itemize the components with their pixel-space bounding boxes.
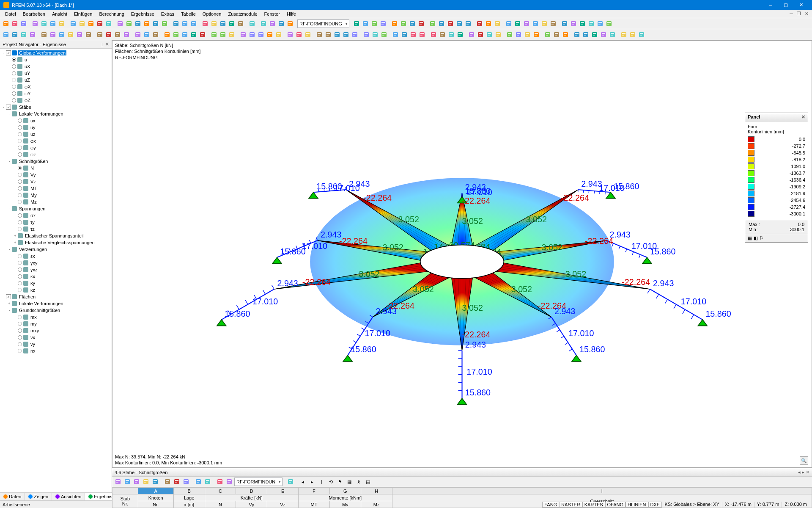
tb1-btn-4-2[interactable] — [189, 19, 198, 28]
tb2-btn-6-1[interactable] — [248, 30, 256, 39]
tb2-btn-2-0[interactable] — [96, 30, 104, 39]
tb2-btn-16-2[interactable] — [637, 30, 646, 39]
navigator-close-icon[interactable]: ✕ — [105, 41, 109, 47]
tb2-btn-9-0[interactable] — [362, 30, 370, 39]
tb2-btn-12-0[interactable] — [467, 30, 476, 39]
tb2-btn-10-2[interactable] — [409, 30, 417, 39]
status-btn-dxf[interactable]: DXF — [648, 502, 662, 508]
tb2-btn-16-1[interactable] — [628, 30, 637, 39]
tb1-btn-2-4[interactable] — [104, 19, 113, 28]
tb2-btn-2-1[interactable] — [104, 30, 113, 39]
nav-tab-daten[interactable]: Daten — [0, 493, 25, 500]
tb2-btn-13-0[interactable] — [505, 30, 514, 39]
tree-item-39[interactable]: mx — [1, 314, 111, 320]
tb1-btn-9-3[interactable] — [417, 19, 425, 28]
tree-item-18[interactable]: Vy — [1, 171, 111, 178]
tb1-btn-12-1[interactable] — [513, 19, 522, 28]
tb1-combo[interactable]: RF-FORMFINDUNG — [297, 19, 349, 28]
tb2-btn-16-0[interactable] — [620, 30, 628, 39]
tree-item-27[interactable]: +Elastischer Spannungsanteil — [1, 232, 111, 239]
tree-item-41[interactable]: mxy — [1, 327, 111, 334]
tb1-btn-12-4[interactable] — [540, 19, 549, 28]
tree-item-42[interactable]: vx — [1, 334, 111, 341]
tb2-btn-1-1[interactable] — [49, 30, 57, 39]
tb2-btn-10-1[interactable] — [400, 30, 409, 39]
tree-item-29[interactable]: -Verzerrungen — [1, 246, 111, 253]
tb1-btn-10-0[interactable] — [428, 19, 437, 28]
tb2-btn-5-2[interactable] — [228, 30, 236, 39]
tree-item-34[interactable]: κy — [1, 280, 111, 287]
tree-item-19[interactable]: Vz — [1, 178, 111, 185]
tb1-btn-5-2[interactable] — [219, 19, 227, 28]
tree-item-13[interactable]: φx — [1, 138, 111, 144]
tb1-btn-8-1[interactable] — [361, 19, 370, 28]
tb1-btn-6-0[interactable] — [248, 19, 256, 28]
tree-item-14[interactable]: φy — [1, 144, 111, 151]
tree-item-1[interactable]: u — [1, 56, 111, 63]
tree-item-40[interactable]: my — [1, 320, 111, 327]
tb2-btn-8-3[interactable] — [342, 30, 350, 39]
tb2-btn-1-3[interactable] — [66, 30, 75, 39]
bp-tb-nav-2[interactable]: | — [317, 478, 326, 486]
tree-item-35[interactable]: κz — [1, 287, 111, 293]
tb1-btn-12-5[interactable] — [549, 19, 557, 28]
tb2-btn-11-3[interactable] — [456, 30, 464, 39]
viewport-3d[interactable]: Stäbe: Schnittgrößen N [kN] Flächen: Sch… — [112, 40, 812, 468]
bp-tb-nav-5[interactable]: ▦ — [345, 478, 354, 486]
bp-tb-0-4[interactable] — [151, 478, 159, 486]
tb2-btn-3-1[interactable] — [143, 30, 151, 39]
tb2-btn-8-0[interactable] — [315, 30, 324, 39]
tb2-btn-10-3[interactable] — [418, 30, 426, 39]
tree-item-32[interactable]: γxz — [1, 266, 111, 273]
tb2-btn-7-2[interactable] — [304, 30, 312, 39]
tree-item-44[interactable]: nx — [1, 348, 111, 354]
tb2-btn-2-3[interactable] — [122, 30, 131, 39]
tb2-btn-13-2[interactable] — [523, 30, 532, 39]
nav-tab-ansichten[interactable]: Ansichten — [52, 493, 85, 500]
tb2-btn-5-1[interactable] — [219, 30, 227, 39]
tb2-btn-8-2[interactable] — [333, 30, 341, 39]
tb2-btn-11-1[interactable] — [438, 30, 447, 39]
tb2-btn-4-2[interactable] — [181, 30, 189, 39]
tb2-btn-6-0[interactable] — [239, 30, 247, 39]
tb2-btn-9-2[interactable] — [380, 30, 388, 39]
tb1-btn-11-1[interactable] — [484, 19, 493, 28]
tb1-btn-13-3[interactable] — [587, 19, 595, 28]
tb2-btn-9-1[interactable] — [371, 30, 379, 39]
tree-item-23[interactable]: -Spannungen — [1, 205, 111, 212]
menu-datei[interactable]: Datei — [2, 11, 19, 17]
tree-item-3[interactable]: uY — [1, 70, 111, 77]
tb1-btn-3-2[interactable] — [134, 19, 142, 28]
tb1-btn-5-4[interactable] — [236, 19, 245, 28]
tb2-btn-11-0[interactable] — [429, 30, 438, 39]
tb2-btn-0-2[interactable] — [19, 30, 28, 39]
magnify-icon[interactable]: 🔍 — [800, 456, 808, 465]
tb1-btn-10-1[interactable] — [437, 19, 446, 28]
menu-extras[interactable]: Extras — [158, 11, 178, 17]
tb1-btn-12-2[interactable] — [522, 19, 531, 28]
tb2-btn-0-1[interactable] — [11, 30, 19, 39]
tree-item-37[interactable]: +Lokale Verformungen — [1, 300, 111, 307]
tb1-btn-1-1[interactable] — [40, 19, 48, 28]
menu-berechnung[interactable]: Berechnung — [96, 11, 127, 17]
tree-item-16[interactable]: -Schnittgrößen — [1, 158, 111, 165]
tb2-btn-15-1[interactable] — [582, 30, 590, 39]
tb2-btn-13-1[interactable] — [514, 30, 523, 39]
bp-tb-3-1[interactable] — [225, 478, 233, 486]
tb2-btn-4-3[interactable] — [189, 30, 198, 39]
tree-item-26[interactable]: τz — [1, 226, 111, 232]
tb1-btn-2-3[interactable] — [96, 19, 104, 28]
tb2-btn-7-0[interactable] — [286, 30, 294, 39]
tb1-btn-3-3[interactable] — [143, 19, 151, 28]
bp-tb-1-1[interactable] — [173, 478, 181, 486]
tree-item-20[interactable]: MT — [1, 185, 111, 192]
bp-tb-nav-4[interactable]: ⚑ — [336, 478, 344, 486]
tb1-btn-9-1[interactable] — [399, 19, 408, 28]
menu-ergebnisse[interactable]: Ergebnisse — [128, 11, 158, 17]
tb2-btn-1-0[interactable] — [40, 30, 48, 39]
tb1-btn-3-4[interactable] — [151, 19, 160, 28]
bp-tb-nav-6[interactable]: x̄ — [354, 478, 363, 486]
menu-fenster[interactable]: Fenster — [261, 11, 283, 17]
tb1-btn-3-1[interactable] — [125, 19, 133, 28]
bp-tb-2-1[interactable] — [203, 478, 212, 486]
